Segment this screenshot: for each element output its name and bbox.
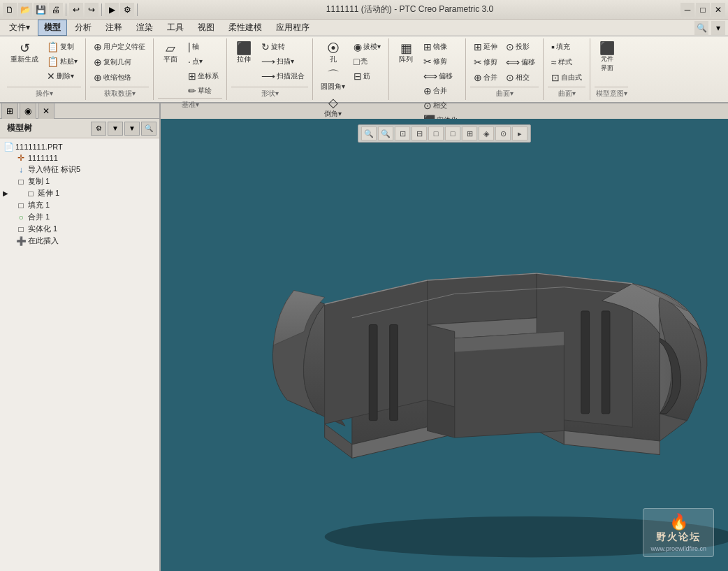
pattern-button[interactable]: ▦ 阵列	[393, 40, 418, 66]
open-button[interactable]: 📂	[18, 3, 32, 17]
new-button[interactable]: 🗋	[3, 3, 17, 17]
sketch-button[interactable]: ✏草绘	[184, 84, 222, 98]
solidify-tree-icon: □	[15, 224, 27, 234]
tree-item-insert[interactable]: ➕ 在此插入	[1, 235, 158, 247]
tree-item-extend[interactable]: ▶ □ 延伸 1	[1, 187, 158, 199]
other-tab[interactable]: ✕	[38, 103, 54, 120]
fit-button[interactable]: ⊡	[395, 127, 410, 140]
viewport-toolbar: 🔍 🔍 ⊡ ⊟ □ □ ⊞ ◈ ⊙ ▸	[358, 124, 531, 143]
view1-button[interactable]: ⊟	[412, 127, 427, 140]
separator3	[137, 3, 138, 16]
tree-item-copy[interactable]: □ 复制 1	[1, 175, 158, 187]
chamfer-button[interactable]: ◇ 倒角▾	[317, 94, 349, 121]
menu-model[interactable]: 模型	[38, 20, 67, 36]
tree-item-merge[interactable]: ○ 合并 1	[1, 211, 158, 223]
menu-analysis[interactable]: 分析	[68, 20, 98, 36]
tree-item-fill[interactable]: □ 填充 1	[1, 199, 158, 211]
undo-button[interactable]: ↩	[69, 3, 83, 17]
datum-col: |轴 ·点▾ ⊞坐标系 ✏草绘	[184, 40, 222, 98]
csys-button[interactable]: ⊞坐标系	[184, 69, 222, 83]
draft-button[interactable]: ◉拔模▾	[350, 40, 384, 54]
restore-button[interactable]: □	[696, 3, 710, 17]
paste-button[interactable]: 📋粘贴▾	[43, 55, 81, 68]
copy-geom-button[interactable]: ⊕复制几何	[90, 55, 135, 69]
search-icon[interactable]: 🔍	[694, 21, 708, 35]
component-interface-button[interactable]: ⬛ 元件界面	[595, 40, 620, 75]
tree-item-import[interactable]: ↓ 导入特征 标识5	[1, 164, 158, 175]
menu-render[interactable]: 渲染	[130, 20, 159, 36]
spin-button[interactable]: ▸	[512, 127, 527, 140]
minimize-button[interactable]: ─	[680, 3, 694, 17]
merge2-button[interactable]: ⊕合并	[470, 71, 501, 85]
revolve-button[interactable]: ↻旋转	[258, 40, 308, 54]
zoom-in-button[interactable]: 🔍	[361, 127, 377, 140]
rib-button[interactable]: ⊟筋	[350, 69, 384, 83]
view4-button[interactable]: ⊞	[462, 127, 477, 140]
axis-button[interactable]: |轴	[184, 40, 222, 54]
tree-item-solidify[interactable]: □ 实体化 1	[1, 223, 158, 235]
expand-icon[interactable]: ▾	[711, 21, 725, 35]
expand-icon[interactable]: ▶	[3, 189, 11, 197]
menu-file[interactable]: 文件▾	[3, 20, 36, 36]
component-interface-label: 元件界面	[601, 55, 613, 73]
datum-group-label: 基准▾	[158, 98, 222, 110]
print-button[interactable]: 🖨	[49, 3, 63, 17]
menu-view[interactable]: 视图	[191, 20, 221, 36]
tree-search-button[interactable]: 🔍	[141, 122, 156, 136]
delete-button[interactable]: ✕删除▾	[43, 69, 81, 83]
trim-button[interactable]: ✂修剪	[420, 55, 461, 68]
round-button[interactable]: ⌒ 圆圆角▾	[317, 67, 349, 94]
ribbon-group-engineering: ⦿ 孔 ⌒ 圆圆角▾ ◇ 倒角▾ ◉拔模▾ □壳 ⊟筋	[313, 38, 389, 100]
round-label: 圆圆角▾	[321, 82, 345, 92]
ribbon-group-intent: ⬛ 元件界面 模型意图▾	[590, 38, 632, 100]
watermark-logo: 🔥	[650, 513, 706, 531]
redo-button[interactable]: ↪	[85, 3, 99, 17]
view3-button[interactable]: □	[445, 127, 460, 140]
mirror-button[interactable]: ⊞镜像	[420, 40, 461, 54]
style-button[interactable]: ≈样式	[548, 55, 576, 69]
hole-button[interactable]: ⦿ 孔	[317, 40, 349, 66]
viewport[interactable]: 🔍 🔍 ⊡ ⊟ □ □ ⊞ ◈ ⊙ ▸	[161, 119, 728, 571]
merge-button[interactable]: ⊕合并	[420, 84, 461, 98]
swept-blend-button[interactable]: ⟶扫描混合	[258, 69, 308, 83]
extrude-button[interactable]: ⬛ 拉伸	[231, 40, 256, 66]
project-button[interactable]: ⊙投影	[502, 40, 533, 54]
regen-button[interactable]: ▶	[105, 3, 119, 17]
plane-button[interactable]: ▱ 平面	[158, 40, 183, 66]
menu-annotation[interactable]: 注释	[99, 20, 129, 36]
zoom-out-button[interactable]: 🔍	[378, 127, 393, 140]
shrink-wrap-button[interactable]: ⊕收缩包络	[90, 71, 135, 85]
view2-button[interactable]: □	[428, 127, 444, 140]
point-button[interactable]: ·点▾	[184, 55, 222, 68]
model-view	[161, 147, 728, 571]
shape-group-label: 形状▾	[231, 87, 308, 99]
copy-button[interactable]: 📋复制	[43, 40, 81, 54]
misc-button[interactable]: ⚙	[120, 3, 134, 17]
offset2-button[interactable]: ⟺偏移	[502, 55, 539, 69]
sweep-button[interactable]: ⟶扫描▾	[258, 55, 308, 68]
trim2-button[interactable]: ✂修剪	[470, 55, 501, 69]
regen-large-button[interactable]: ↺ 重新生成	[7, 40, 42, 66]
user-feature-button[interactable]: ⊕用户定义特征	[90, 40, 149, 54]
intersect-button[interactable]: ⊙相交	[420, 99, 461, 113]
orient-button[interactable]: ⊙	[495, 127, 511, 140]
menu-apps[interactable]: 应用程序	[270, 20, 316, 36]
menu-flexible[interactable]: 柔性建模	[222, 20, 268, 36]
intersect2-button[interactable]: ⊙相交	[502, 71, 533, 85]
save-button[interactable]: 💾	[34, 3, 48, 17]
tree-tab[interactable]: ⊞	[1, 103, 18, 120]
shading-button[interactable]: ◈	[479, 127, 494, 140]
tree-settings-button[interactable]: ⚙	[91, 122, 106, 136]
tree-more-button[interactable]: ▼	[124, 122, 140, 136]
freeform-button[interactable]: ⊡自由式	[548, 71, 585, 85]
fill-button[interactable]: ▪填充	[548, 40, 574, 54]
layer-tab[interactable]: ◉	[20, 103, 36, 120]
tree-item-root[interactable]: 📄 1111111.PRT	[1, 141, 158, 152]
shell-button[interactable]: □壳	[350, 55, 384, 68]
offset-button[interactable]: ⟺偏移	[420, 69, 461, 83]
extend-button[interactable]: ⊞延伸	[470, 40, 501, 54]
tree-item-coord[interactable]: ✛ 1111111	[1, 152, 158, 164]
menu-tools[interactable]: 工具	[161, 20, 190, 36]
close-button[interactable]: ✕	[711, 3, 725, 17]
tree-filter-button[interactable]: ▼	[108, 122, 123, 136]
